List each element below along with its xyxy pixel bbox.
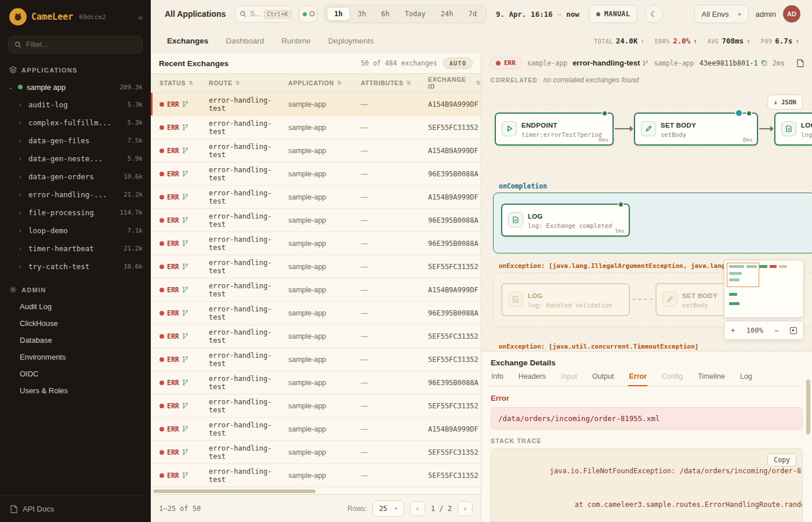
table-row[interactable]: ERR error-handling-test sample-app — A15… <box>151 139 481 162</box>
flow-node-setbody[interactable]: SET BODY setBody 0ms <box>634 113 758 146</box>
main-tab[interactable]: Exchanges <box>167 37 208 45</box>
table-row[interactable]: ERR error-handling-test sample-app — 5EF… <box>151 348 481 371</box>
main-tab[interactable]: Deployments <box>328 37 374 45</box>
details-tab[interactable]: Input <box>560 372 578 386</box>
column-header[interactable]: APPLICATION ⇅ <box>288 79 361 86</box>
table-row[interactable]: ERR error-handling-test sample-app — 96E… <box>151 162 481 186</box>
table-row[interactable]: ERR error-handling-test sample-app — 5EF… <box>151 464 481 487</box>
sidebar-item-admin[interactable]: OIDC <box>0 365 151 382</box>
chevron-right-icon[interactable]: › <box>19 155 24 162</box>
zoom-out-button[interactable]: − <box>774 327 778 335</box>
date-range[interactable]: 9. Apr. 16:16 — now <box>494 10 582 19</box>
copy-icon[interactable] <box>761 60 767 66</box>
sidebar-item-admin[interactable]: Environments <box>0 349 151 365</box>
column-header[interactable]: EXCHANGE ID ⇅ <box>428 76 481 90</box>
flow-node-log[interactable]: LOG log: Sta <box>774 113 812 146</box>
chevron-right-icon[interactable]: › <box>19 263 24 270</box>
sidebar-item-admin[interactable]: Users & Roles <box>0 382 151 399</box>
auto-refresh-badge[interactable]: AUTO <box>443 57 473 69</box>
table-row[interactable]: ERR error-handling-test sample-app — A15… <box>151 278 481 302</box>
chevron-right-icon[interactable]: › <box>19 119 24 126</box>
flow-minimap[interactable] <box>724 260 804 318</box>
horizontal-scrollbar[interactable] <box>153 490 316 493</box>
main-tab[interactable]: Runtime <box>281 37 310 45</box>
document-icon[interactable] <box>797 59 804 67</box>
table-row[interactable]: ERR error-handling-test sample-app — 96E… <box>151 371 481 394</box>
route-flow-canvas[interactable]: ↓ JSON ENDPOINT timer:errorTest?period=5… <box>481 88 812 351</box>
chevron-right-icon[interactable]: › <box>19 227 24 234</box>
sidebar-item-api-docs[interactable]: API Docs <box>0 495 151 522</box>
table-row[interactable]: ERR error-handling-test sample-app — 96E… <box>151 232 481 255</box>
sidebar-filter[interactable] <box>8 36 143 53</box>
time-range-button[interactable]: 1h <box>327 7 350 21</box>
sidebar-item-admin[interactable]: Audit Log <box>0 298 151 315</box>
sidebar-item-admin[interactable]: Database <box>0 332 151 349</box>
table-row[interactable]: ERR error-handling-test sample-app — 5EF… <box>151 441 481 464</box>
live-indicator[interactable]: O <box>299 5 317 23</box>
sidebar-item-route[interactable]: › data-gen-orders 10.6k <box>0 168 151 186</box>
table-row[interactable]: ERR error-handling-test sample-app — 5EF… <box>151 394 481 418</box>
global-search[interactable]: S... Ctrl+K <box>235 5 292 23</box>
chevron-right-icon[interactable]: › <box>19 102 24 108</box>
details-tab[interactable]: Timeline <box>697 372 726 386</box>
flow-node-endpoint[interactable]: ENDPOINT timer:errorTest?period=5000&del… <box>495 113 614 146</box>
next-page-button[interactable]: › <box>458 501 473 516</box>
details-tab[interactable]: Output <box>592 372 615 386</box>
fit-view-icon[interactable] <box>790 327 797 334</box>
chevron-right-icon[interactable]: › <box>19 137 24 144</box>
environment-select[interactable]: All Envs ▾ <box>694 5 749 23</box>
sidebar-item-route[interactable]: › data-gen-neste... 5.9k <box>0 150 151 168</box>
sidebar-item-route[interactable]: › audit-log 5.3k <box>0 96 151 114</box>
chevron-right-icon[interactable]: › <box>19 209 24 216</box>
table-row[interactable]: ERR error-handling-test sample-app — 5EF… <box>151 116 481 139</box>
column-header[interactable]: ATTRIBUTES ⇅ <box>361 79 428 86</box>
filter-input[interactable] <box>26 41 136 49</box>
sidebar-item-route[interactable]: › error-handling-... 21.2k <box>0 186 151 204</box>
flow-node-completion-log[interactable]: LOG log: Exchange completed [${exchan 1m… <box>501 204 630 237</box>
time-range-button[interactable]: 24h <box>433 7 461 21</box>
details-tab[interactable]: Error <box>628 372 647 386</box>
manual-refresh-button[interactable]: MANUAL <box>589 5 638 23</box>
details-tab[interactable]: Headers <box>518 372 546 386</box>
sidebar-collapse-icon[interactable]: « <box>138 12 143 22</box>
sidebar-item-sample-app[interactable]: ⌄ sample app 209.3k <box>0 78 151 96</box>
chevron-right-icon[interactable]: › <box>19 191 24 198</box>
on-completion-group[interactable]: LOG log: Exchange completed [${exchan 1m… <box>493 193 812 253</box>
minimap-viewport[interactable] <box>727 263 759 287</box>
details-tab[interactable]: Info <box>491 372 504 386</box>
download-json-button[interactable]: ↓ JSON <box>767 95 803 110</box>
prev-page-button[interactable]: ‹ <box>410 501 425 516</box>
main-tab[interactable]: Dashboard <box>226 37 264 45</box>
column-header[interactable]: STATUS ⇅ <box>160 79 209 86</box>
chevron-down-icon[interactable]: ⌄ <box>8 84 14 90</box>
detail-exchange-id[interactable]: 43ee9811b801-1 <box>699 59 767 67</box>
copy-button[interactable]: Copy <box>767 454 796 466</box>
flow-node-exception-log[interactable]: LOG log: Handled validation error: ${exc… <box>501 283 630 316</box>
table-row[interactable]: ERR error-handling-test sample-app — A15… <box>151 418 481 441</box>
table-row[interactable]: ERR error-handling-test sample-app — 5EF… <box>151 325 481 348</box>
table-row[interactable]: ERR error-handling-test sample-app — A15… <box>151 93 481 116</box>
table-row[interactable]: ERR error-handling-test sample-app — 5EF… <box>151 255 481 278</box>
sidebar-item-admin[interactable]: ClickHouse <box>0 315 151 332</box>
dark-mode-toggle[interactable]: ☾ <box>644 5 663 23</box>
details-tab[interactable]: Config <box>661 372 683 386</box>
sidebar-item-route[interactable]: › try-catch-test 10.6k <box>0 258 151 276</box>
sidebar-item-route[interactable]: › loop-demo 7.1k <box>0 222 151 240</box>
sidebar-item-route[interactable]: › timer-heartbeat 21.2k <box>0 240 151 258</box>
table-row[interactable]: ERR error-handling-test sample-app — A15… <box>151 186 481 209</box>
sidebar-item-route[interactable]: › file-processing 114.7k <box>0 204 151 222</box>
column-header[interactable]: ROUTE ⇅ <box>209 79 288 86</box>
rows-per-page-select[interactable]: 25 ▾ <box>372 501 404 517</box>
zoom-in-button[interactable]: + <box>731 327 735 335</box>
time-range-button[interactable]: 7d <box>461 7 484 21</box>
chevron-right-icon[interactable]: › <box>19 245 24 252</box>
detail-route[interactable]: error-handling-test <box>572 59 648 67</box>
vertical-scrollbar[interactable] <box>806 379 810 434</box>
time-range-button[interactable]: 6h <box>374 7 397 21</box>
sidebar-item-route[interactable]: › data-gen-files 7.5k <box>0 132 151 150</box>
chevron-right-icon[interactable]: › <box>19 173 24 180</box>
avatar[interactable]: AD <box>783 5 800 23</box>
time-range-button[interactable]: Today <box>397 7 433 21</box>
sidebar-item-route[interactable]: › complex-fulfillm... 5.3k <box>0 114 151 132</box>
table-row[interactable]: ERR error-handling-test sample-app — 96E… <box>151 302 481 325</box>
